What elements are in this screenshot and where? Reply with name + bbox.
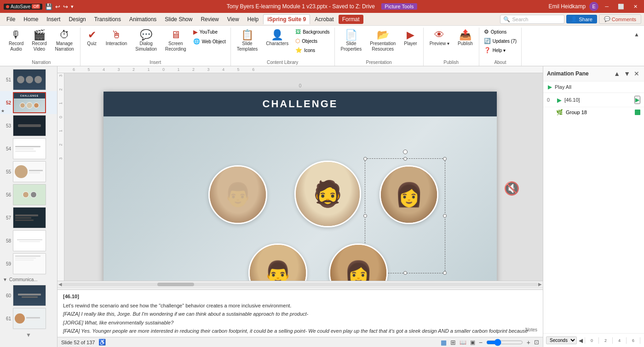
updates-button[interactable]: 🔄 Updates (7): [482, 37, 518, 45]
zoom-out-btn[interactable]: −: [479, 339, 483, 346]
redo-icon[interactable]: ↪: [63, 3, 68, 10]
manage-narration-button[interactable]: ⏱ ManageNarration: [52, 28, 77, 54]
autosave-badge[interactable]: AutoSave Off: [4, 4, 42, 10]
screen-recording-button[interactable]: 🖥 ScreenRecording: [162, 28, 190, 54]
zoom-slider[interactable]: [486, 339, 523, 346]
ribbon-collapse-button[interactable]: ▲: [632, 29, 641, 40]
slide-panel-scroll-down[interactable]: ▼: [0, 330, 57, 340]
objects-button[interactable]: ⬡ Objects: [293, 37, 331, 45]
menu-format[interactable]: Format: [339, 15, 363, 24]
preview-button[interactable]: 👁 Preview ▾: [426, 28, 453, 48]
quiz-button[interactable]: ✔ Quiz: [83, 28, 101, 48]
notes-scroll[interactable]: [46.10] Let's rewind the scenario and se…: [63, 293, 537, 334]
interaction-button[interactable]: 🖱 Interaction: [103, 28, 131, 48]
menu-transitions[interactable]: Transitions: [91, 15, 125, 24]
restore-button[interactable]: ⬜: [615, 3, 627, 11]
slide-templates-button[interactable]: 📋 SlideTemplates: [234, 28, 261, 54]
undo-icon[interactable]: ↩: [55, 3, 60, 10]
menu-ispring[interactable]: iSpring Suite 9: [263, 14, 310, 24]
slide-thumb-57[interactable]: 57: [0, 206, 57, 229]
scroll-thumb-h[interactable]: [157, 283, 194, 286]
comments-button[interactable]: 💬 Comments: [599, 14, 641, 24]
scroll-right-btn[interactable]: ▶: [538, 282, 542, 287]
slide-thumb-55[interactable]: 55: [0, 160, 57, 183]
menu-insert[interactable]: Insert: [43, 15, 64, 24]
menu-design[interactable]: Design: [65, 15, 89, 24]
close-button[interactable]: ✕: [631, 3, 640, 11]
notes-label[interactable]: Notes: [525, 326, 537, 333]
anim-move-down-btn[interactable]: ▼: [623, 69, 631, 78]
menu-animations[interactable]: Animations: [126, 15, 160, 24]
mute-icon[interactable]: 🔇: [504, 181, 520, 196]
save-icon[interactable]: 💾: [45, 3, 52, 10]
anim-close-btn[interactable]: ✕: [633, 69, 640, 78]
slide-thumb-61[interactable]: 61: [0, 307, 57, 330]
status-bar: Slide 52 of 137 ♿ ▦ ⊞ 📖 ▣ − + ⊡: [58, 337, 543, 347]
view-reading-btn[interactable]: 📖: [460, 339, 466, 346]
view-sorter-btn[interactable]: ⊞: [450, 339, 456, 346]
slide-thumb-58[interactable]: 58: [0, 229, 57, 252]
presentation-resources-button[interactable]: 📂 PresentationResources: [367, 28, 399, 54]
anim-item-play-btn[interactable]: ▶: [634, 96, 640, 104]
timeline-unit-select[interactable]: Seconds Frames: [546, 336, 577, 344]
comment-icon: 💬: [604, 16, 610, 22]
options-button[interactable]: ⚙ Options: [482, 28, 518, 36]
web-object-button[interactable]: 🌐 Web Object: [191, 37, 228, 46]
menu-view[interactable]: View: [224, 15, 243, 24]
section-header-communica[interactable]: ▼ Communica...: [0, 275, 57, 284]
slide-canvas-area[interactable]: 0 1 🔇 CHALLENGE: [64, 73, 543, 281]
customize-icon[interactable]: ▾: [71, 4, 74, 10]
person-face-2: 🧔: [296, 162, 360, 226]
menu-review[interactable]: Review: [197, 15, 222, 24]
menu-help[interactable]: Help: [244, 15, 263, 24]
anim-move-up-btn[interactable]: ▲: [613, 69, 621, 78]
search-box[interactable]: 🔍 Search: [500, 15, 564, 24]
menu-slideshow[interactable]: Slide Show: [161, 15, 196, 24]
slide-properties-button[interactable]: 📄 SlideProperties: [338, 28, 365, 54]
characters-button[interactable]: 👤 Characters: [263, 28, 292, 48]
accessibility-icon[interactable]: ♿: [98, 339, 106, 346]
zoom-fit-btn[interactable]: +: [527, 339, 530, 346]
updates-icon: 🔄: [484, 38, 491, 44]
menu-home[interactable]: Home: [20, 15, 42, 24]
anim-item-play-icon[interactable]: ▶: [557, 97, 562, 104]
view-presenter-btn[interactable]: ▣: [470, 339, 475, 346]
ruler-vertical: 3 2 1 0 1 2 3: [58, 73, 64, 281]
slide-thumb-60[interactable]: 60: [0, 284, 57, 307]
record-audio-label: RecordAudio: [9, 41, 23, 52]
record-video-button[interactable]: 🎬 RecordVideo: [29, 28, 50, 54]
minimize-button[interactable]: ─: [602, 3, 611, 10]
menu-acrobat[interactable]: Acrobat: [311, 15, 337, 24]
scroll-left-btn[interactable]: ◀: [58, 282, 62, 287]
player-button[interactable]: ▶ Player: [401, 28, 420, 48]
slide-thumb-56[interactable]: 56: [0, 183, 57, 206]
icons-button[interactable]: ⭐ Icons: [293, 46, 331, 54]
share-button[interactable]: 👤 Share: [566, 15, 597, 23]
menu-file[interactable]: File: [3, 15, 19, 24]
slide-wrapper: 0 1 🔇 CHALLENGE: [104, 92, 497, 281]
slide-thumb-53[interactable]: 53: [0, 114, 57, 137]
person-circle-2[interactable]: 🧔: [294, 161, 361, 227]
scroll-track-h[interactable]: [62, 283, 538, 286]
help-button[interactable]: ❓ Help ▾: [482, 46, 518, 54]
publish-button[interactable]: 📤 Publish: [454, 28, 476, 48]
horizontal-scrollbar[interactable]: ◀ ▶: [58, 281, 543, 287]
play-all-button[interactable]: ▶ Play All: [543, 81, 644, 93]
person-circle-3[interactable]: 👩: [380, 165, 438, 224]
slide-thumb-52[interactable]: 52 CHALLENGE ★: [0, 91, 57, 114]
backgrounds-button[interactable]: 🖼 Backgrounds: [293, 28, 331, 36]
dialog-simulation-button[interactable]: 💬 DialogSimulation: [132, 28, 160, 54]
view-normal-btn[interactable]: ▦: [441, 339, 447, 346]
record-audio-button[interactable]: 🎙 RecordAudio: [6, 28, 27, 54]
slide-thumb-54[interactable]: 54: [0, 137, 57, 160]
status-bar-right: ▦ ⊞ 📖 ▣ − + ⊡: [441, 339, 539, 346]
zoom-fit-icon[interactable]: ⊡: [534, 339, 539, 346]
slide-thumb-51[interactable]: 51: [0, 68, 57, 91]
slide-thumb-59[interactable]: 59: [0, 252, 57, 275]
manage-narration-label: ManageNarration: [55, 41, 74, 52]
interaction-label: Interaction: [106, 41, 127, 46]
person-circle-1[interactable]: 👨: [208, 165, 267, 224]
youtube-button[interactable]: ▶ YouTube: [191, 28, 228, 36]
notes-line-4: [FAIZA] Yes. Younger people are more int…: [63, 327, 537, 334]
timeline-nav-left[interactable]: ◀: [579, 337, 583, 344]
